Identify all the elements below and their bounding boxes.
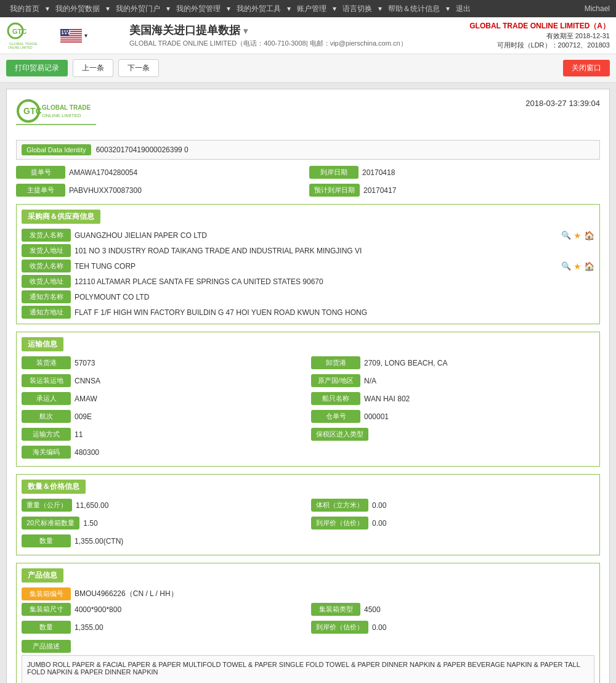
transport-section: 运输信息 装货港 57073 卸货港 2709, LONG BEACH, CA … — [16, 332, 600, 467]
svg-text:★★★★: ★★★★ — [61, 29, 71, 33]
qty-label: 数量 — [22, 534, 71, 547]
transport-mode-label: 运输方式 — [22, 428, 71, 441]
volume-label: 体积（立方米） — [311, 499, 368, 512]
top-navigation: 我的首页 ▾ 我的外贸数据 ▾ 我的外贸门户 ▾ 我的外贸管理 ▾ 我的外贸工具… — [0, 0, 616, 17]
close-button-top[interactable]: 关闭窗口 — [563, 60, 610, 76]
vessel-label: 船只名称 — [311, 392, 360, 405]
us-flag-icon: ★★★ ★★★★ — [60, 29, 82, 43]
arrival-price-label: 到岸价（估价） — [311, 517, 368, 530]
quantity-title-bar: 数量＆价格信息 — [22, 480, 594, 494]
transport-mode-row: 运输方式 11 — [22, 428, 305, 441]
loading-port-row: 装货港 57073 — [22, 356, 305, 369]
product-desc-row: 产品描述 — [22, 639, 594, 653]
product-arrival-price-value: 0.00 — [372, 623, 594, 632]
search-icon[interactable]: 🔍 — [561, 231, 571, 240]
nav-portal[interactable]: 我的外贸门户 — [112, 4, 164, 14]
flag-container: ★★★ ★★★★ ▾ — [60, 29, 87, 43]
page-header: GTC GLOBAL TRADE ONLINE LIMITED ★★★ ★★★★… — [0, 17, 616, 54]
star-icon[interactable]: ★ — [573, 231, 582, 240]
global-data-identity-value: 600320170419000026399 0 — [96, 145, 188, 154]
expire-date: 有效期至 2018-12-31 — [469, 31, 610, 41]
arrival-date-row: 到岸日期 20170418 — [309, 166, 600, 179]
customs-code-row: 海关编码 480300 — [22, 446, 594, 459]
bill-no-row: 提单号 AMAWA1704280054 — [16, 166, 307, 179]
carrier-row: 承运人 AMAW — [22, 392, 305, 405]
bonded-area-label: 保税区进入类型 — [311, 428, 368, 441]
product-qty-row: 数量 1,355.00 — [22, 621, 305, 634]
svg-text:ONLINE LIMITED: ONLINE LIMITED — [42, 113, 81, 118]
document-date: 2018-03-27 13:39:04 — [525, 99, 600, 108]
product-arrival-price-label: 到岸价（估价） — [311, 621, 368, 634]
nav-logout[interactable]: 退出 — [452, 4, 474, 14]
quantity-section: 数量＆价格信息 重量（公斤） 11,650.00 体积（立方米） 0.00 20… — [16, 474, 600, 555]
page-title: 美国海关进口提单数据 ▾ — [129, 23, 469, 38]
nav-links: 我的首页 ▾ 我的外贸数据 ▾ 我的外贸门户 ▾ 我的外贸管理 ▾ 我的外贸工具… — [6, 4, 474, 14]
quantity-fields: 重量（公斤） 11,650.00 体积（立方米） 0.00 20尺标准箱数量 1… — [22, 499, 594, 532]
qty-value: 1,355.00(CTN) — [75, 537, 594, 546]
company-name: GLOBAL TRADE ONLINE LIMITED（A） — [469, 21, 610, 31]
loading-country-row: 装运装运地 CNNSA — [22, 374, 305, 387]
consignee-search-icon[interactable]: 🔍 — [561, 261, 571, 271]
origin-country-value: N/A — [364, 377, 594, 385]
nav-management[interactable]: 我的外贸管理 — [172, 4, 224, 14]
loading-country-label: 装运装运地 — [22, 374, 71, 387]
container-size-value: 4000*900*800 — [75, 605, 305, 614]
home-icon[interactable]: 🏠 — [584, 231, 594, 240]
voyage-label: 航次 — [22, 410, 71, 423]
consignee-name-value: TEH TUNG CORP — [75, 262, 559, 271]
master-bill-label: 主提单号 — [16, 184, 65, 197]
shipper-addr-row: 发货人地址 101 NO 3 INDUSTRY ROAD TAIKANG TRA… — [22, 244, 594, 257]
consignee-star-icon[interactable]: ★ — [573, 261, 582, 271]
shipper-name-value: GUANGZHOU JIELIAN PAPER CO LTD — [75, 231, 559, 240]
notify-name-label: 通知方名称 — [22, 290, 71, 303]
container20-row: 20尺标准箱数量 1.50 — [22, 517, 305, 530]
top-toolbar: 打印贸易记录 上一条 下一条 关闭窗口 — [0, 54, 616, 83]
logo-svg: GTC GLOBAL TRADE ONLINE LIMITED — [6, 22, 55, 49]
estimated-arrival-value: 20170417 — [363, 186, 600, 195]
vessel-value: WAN HAI 802 — [364, 395, 594, 403]
arrival-price-row: 到岸价（估价） 0.00 — [311, 517, 594, 530]
customs-code-label: 海关编码 — [22, 446, 71, 459]
shipper-name-row: 发货人名称 GUANGZHOU JIELIAN PAPER CO LTD 🔍 ★… — [22, 229, 594, 242]
consignee-addr-value: 12110 ALTAMAR PLACE SANTA FE SPRINGS CA … — [75, 277, 594, 286]
nav-tools[interactable]: 我的外贸工具 — [233, 4, 285, 14]
next-button-top[interactable]: 下一条 — [118, 59, 159, 77]
qty-row: 数量 1,355.00(CTN) — [22, 534, 594, 547]
nav-help[interactable]: 帮助＆统计信息 — [384, 4, 444, 14]
nav-home[interactable]: 我的首页 — [6, 4, 43, 14]
nav-language[interactable]: 语言切换 — [339, 4, 376, 14]
shipper-addr-value: 101 NO 3 INDUSTRY ROAD TAIKANG TRADE AND… — [75, 247, 594, 255]
product-arrival-price-row: 到岸价（估价） 0.00 — [311, 621, 594, 634]
arrival-date-label: 到岸日期 — [309, 166, 359, 179]
supplier-section: 采购商＆供应商信息 发货人名称 GUANGZHOU JIELIAN PAPER … — [16, 204, 600, 324]
notify-addr-row: 通知方地址 FLAT F 1/F HIGH WIN FACTORY BUILDI… — [22, 306, 594, 319]
print-button-top[interactable]: 打印贸易记录 — [6, 60, 68, 76]
consignee-home-icon[interactable]: 🏠 — [584, 261, 594, 271]
prev-button-top[interactable]: 上一条 — [73, 59, 113, 77]
product-qty-value: 1,355.00 — [75, 623, 305, 632]
header-right: GLOBAL TRADE ONLINE LIMITED（A） 有效期至 2018… — [469, 21, 610, 50]
product-qty-label: 数量 — [22, 621, 71, 634]
global-data-identity-label: Global Data Identity — [22, 144, 91, 155]
transport-mode-value: 11 — [75, 430, 305, 439]
svg-text:GLOBAL TRADE: GLOBAL TRADE — [42, 104, 91, 111]
header-center: 美国海关进口提单数据 ▾ GLOBAL TRADE ONLINE LIMITED… — [117, 23, 469, 48]
customs-code-value: 480300 — [75, 448, 594, 457]
container20-label: 20尺标准箱数量 — [22, 517, 79, 530]
warehouse-no-label: 仓单号 — [311, 410, 360, 423]
container-no-value: BMOU4966226（CN / L / HH） — [75, 589, 594, 599]
svg-rect-11 — [60, 39, 82, 40]
voyage-value: 009E — [75, 412, 305, 421]
volume-row: 体积（立方米） 0.00 — [311, 499, 594, 512]
master-bill-row: 主提单号 PABVHUXX70087300 — [16, 184, 307, 197]
estimated-arrival-row: 预计到岸日期 20170417 — [309, 184, 600, 197]
global-data-identity-row: Global Data Identity 6003201704190000263… — [16, 140, 600, 160]
nav-tradedata[interactable]: 我的外贸数据 — [52, 4, 103, 14]
voyage-row: 航次 009E — [22, 410, 305, 423]
svg-text:GTC: GTC — [23, 106, 42, 116]
carrier-value: AMAW — [75, 395, 305, 403]
unloading-port-row: 卸货港 2709, LONG BEACH, CA — [311, 356, 594, 369]
unloading-port-value: 2709, LONG BEACH, CA — [364, 359, 594, 367]
master-bill-value: PABVHUXX70087300 — [69, 186, 307, 195]
nav-account[interactable]: 账户管理 — [293, 4, 330, 14]
